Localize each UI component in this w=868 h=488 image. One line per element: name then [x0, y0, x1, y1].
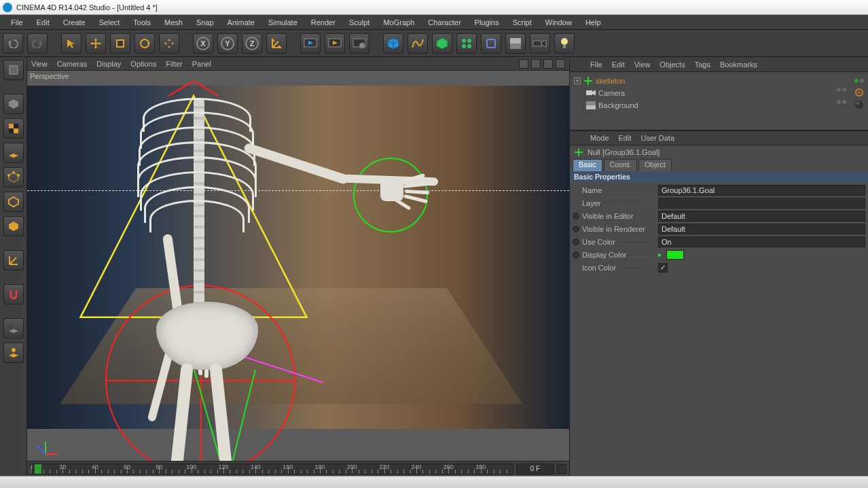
snap-button[interactable] — [3, 284, 24, 304]
add-array-button[interactable] — [456, 33, 477, 54]
add-nurbs-button[interactable] — [432, 33, 452, 54]
menu-edit[interactable]: Edit — [30, 16, 56, 29]
layer-input[interactable] — [658, 198, 865, 209]
viewmenu-filter[interactable]: Filter — [166, 60, 182, 68]
render-dot-icon[interactable] — [842, 88, 846, 92]
render-view-button[interactable] — [300, 33, 321, 54]
render-settings-button[interactable] — [349, 33, 369, 54]
x-axis-button[interactable]: X — [193, 33, 213, 54]
expand-plus-icon[interactable]: + — [574, 77, 581, 84]
menu-snap[interactable]: Snap — [189, 16, 221, 29]
menu-simulate[interactable]: Simulate — [261, 16, 304, 29]
timeline-current-frame[interactable]: 0 F — [516, 464, 554, 474]
menu-create[interactable]: Create — [56, 16, 92, 29]
tab-coord[interactable]: Coord. — [604, 159, 638, 171]
workplane-lock-button[interactable] — [3, 318, 24, 338]
viewmenu-view[interactable]: View — [31, 60, 48, 68]
use-color-select[interactable]: On — [658, 237, 865, 247]
viewmenu-cameras[interactable]: Cameras — [57, 60, 88, 68]
objmenu-tags[interactable]: Tags — [695, 60, 710, 69]
undo-button[interactable] — [3, 33, 23, 54]
name-input[interactable]: Group36.1.Goal — [658, 185, 865, 196]
visible-editor-select[interactable]: Default — [658, 211, 865, 222]
menu-plugins[interactable]: Plugins — [468, 16, 506, 29]
keyframe-dot-icon[interactable] — [573, 213, 579, 220]
redo-button[interactable] — [27, 33, 48, 54]
visibility-dot-icon[interactable] — [837, 88, 841, 92]
icon-color-checkbox[interactable]: ✓ — [658, 263, 668, 273]
target-tag-icon[interactable] — [854, 88, 864, 99]
workplane-align-button[interactable] — [3, 343, 24, 363]
menu-character[interactable]: Character — [421, 16, 467, 29]
add-environment-button[interactable] — [505, 33, 526, 54]
select-tool-button[interactable] — [61, 33, 82, 54]
add-spline-button[interactable] — [408, 33, 428, 54]
menu-help[interactable]: Help — [579, 16, 608, 29]
menu-script[interactable]: Script — [506, 16, 539, 29]
timeline-playhead[interactable] — [35, 464, 41, 474]
viewmenu-display[interactable]: Display — [96, 60, 121, 68]
render-pv-button[interactable] — [325, 33, 345, 54]
point-mode-button[interactable] — [3, 167, 24, 188]
material-tag-icon[interactable] — [854, 100, 864, 111]
menu-tools[interactable]: Tools — [126, 16, 158, 29]
make-editable-button[interactable] — [3, 60, 24, 80]
attrmenu-mode[interactable]: Mode — [590, 134, 609, 142]
y-axis-button[interactable]: Y — [217, 33, 238, 54]
objmenu-bookmarks[interactable]: Bookmarks — [720, 60, 757, 69]
polygon-mode-button[interactable] — [3, 216, 24, 237]
viewport-zoom-icon[interactable] — [531, 59, 541, 69]
viewport-maximize-icon[interactable] — [556, 59, 565, 69]
add-light-button[interactable] — [554, 33, 575, 54]
menu-select[interactable]: Select — [92, 16, 127, 29]
menu-mesh[interactable]: Mesh — [158, 16, 189, 29]
menu-sculpt[interactable]: Sculpt — [342, 16, 377, 29]
viewmenu-options[interactable]: Options — [130, 60, 156, 68]
menu-window[interactable]: Window — [539, 16, 579, 29]
texture-mode-button[interactable] — [3, 118, 24, 139]
render-dot-icon[interactable] — [860, 79, 864, 83]
rotate-tool-button[interactable] — [134, 33, 155, 54]
tab-basic[interactable]: Basic — [573, 159, 602, 171]
objmenu-objects[interactable]: Objects — [659, 60, 685, 69]
objmenu-edit[interactable]: Edit — [612, 60, 625, 69]
attrmenu-edit[interactable]: Edit — [619, 134, 632, 142]
scale-tool-button[interactable] — [110, 33, 130, 54]
z-axis-button[interactable]: Z — [242, 33, 262, 54]
timeline-step-button[interactable] — [557, 464, 566, 474]
menu-mograph[interactable]: MoGraph — [376, 16, 421, 29]
viewport-pan-icon[interactable] — [519, 59, 528, 69]
display-color-swatch[interactable] — [666, 250, 684, 260]
viewport-3d[interactable]: Perspective — [27, 71, 569, 461]
keyframe-dot-icon[interactable] — [573, 226, 579, 232]
render-dot-icon[interactable] — [842, 100, 846, 104]
keyframe-dot-icon[interactable] — [573, 251, 579, 258]
visibility-dot-icon[interactable] — [854, 79, 858, 83]
objmenu-view[interactable]: View — [634, 60, 651, 69]
edge-mode-button[interactable] — [3, 192, 24, 212]
axis-mode-button[interactable] — [3, 250, 24, 271]
menu-file[interactable]: File — [4, 16, 30, 29]
timeline-ruler[interactable]: 020406080100120140160180200220240260280 — [30, 464, 513, 474]
add-cube-button[interactable] — [383, 33, 403, 54]
objmenu-file[interactable]: File — [590, 60, 602, 69]
menu-render[interactable]: Render — [304, 16, 342, 29]
visible-renderer-select[interactable]: Default — [658, 224, 865, 234]
move-tool-button[interactable] — [86, 33, 106, 54]
add-deformer-button[interactable] — [481, 33, 501, 54]
chevron-right-icon[interactable]: ▸ — [658, 250, 662, 259]
tab-object[interactable]: Object — [638, 159, 671, 171]
model-mode-button[interactable] — [3, 94, 24, 114]
tree-row-camera[interactable]: Camera — [574, 87, 864, 99]
viewmenu-panel[interactable]: Panel — [192, 60, 211, 68]
object-manager-tree[interactable]: + skelleton Camera Background — [570, 72, 868, 130]
tree-row-background[interactable]: Background — [574, 99, 864, 111]
keyframe-dot-icon[interactable] — [573, 239, 579, 245]
workplane-mode-button[interactable] — [3, 143, 24, 163]
tree-row-skelleton[interactable]: + skelleton — [574, 75, 864, 87]
lastused-tool-button[interactable] — [159, 33, 179, 54]
viewport-orbit-icon[interactable] — [543, 59, 553, 69]
menu-animate[interactable]: Animate — [221, 16, 261, 29]
attrmenu-userdata[interactable]: User Data — [641, 134, 675, 142]
add-camera-button[interactable] — [530, 33, 550, 54]
